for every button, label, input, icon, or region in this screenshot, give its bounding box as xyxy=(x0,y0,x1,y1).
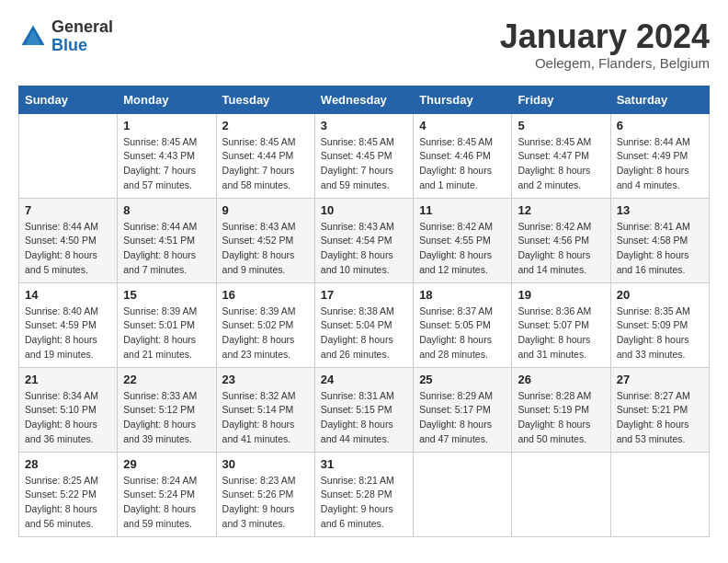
day-info: Sunrise: 8:24 AMSunset: 5:24 PMDaylight:… xyxy=(123,474,210,532)
day-number: 17 xyxy=(321,288,407,302)
day-info: Sunrise: 8:44 AMSunset: 4:51 PMDaylight:… xyxy=(123,220,210,278)
day-info: Sunrise: 8:31 AMSunset: 5:15 PMDaylight:… xyxy=(321,389,407,447)
logo-general-text: General xyxy=(51,18,113,37)
calendar-week-row: 14Sunrise: 8:40 AMSunset: 4:59 PMDayligh… xyxy=(19,282,710,367)
calendar-cell: 20Sunrise: 8:35 AMSunset: 5:09 PMDayligh… xyxy=(610,282,709,367)
day-info: Sunrise: 8:39 AMSunset: 5:02 PMDaylight:… xyxy=(222,304,309,362)
col-header-wednesday: Wednesday xyxy=(314,86,413,113)
calendar-cell: 6Sunrise: 8:44 AMSunset: 4:49 PMDaylight… xyxy=(610,113,709,198)
day-number: 8 xyxy=(123,203,210,217)
calendar-cell: 11Sunrise: 8:42 AMSunset: 4:55 PMDayligh… xyxy=(414,198,512,282)
day-info: Sunrise: 8:45 AMSunset: 4:45 PMDaylight:… xyxy=(321,135,407,193)
col-header-thursday: Thursday xyxy=(414,86,512,113)
col-header-monday: Monday xyxy=(118,86,216,113)
calendar-cell: 8Sunrise: 8:44 AMSunset: 4:51 PMDaylight… xyxy=(118,198,216,282)
day-number: 19 xyxy=(518,288,604,302)
day-number: 25 xyxy=(419,373,506,386)
day-info: Sunrise: 8:29 AMSunset: 5:17 PMDaylight:… xyxy=(419,389,506,447)
day-info: Sunrise: 8:45 AMSunset: 4:43 PMDaylight:… xyxy=(123,135,210,193)
day-number: 1 xyxy=(123,119,210,132)
day-number: 28 xyxy=(25,457,111,471)
day-info: Sunrise: 8:44 AMSunset: 4:50 PMDaylight:… xyxy=(25,220,111,278)
calendar-cell: 24Sunrise: 8:31 AMSunset: 5:15 PMDayligh… xyxy=(314,367,413,452)
calendar-cell: 10Sunrise: 8:43 AMSunset: 4:54 PMDayligh… xyxy=(314,198,413,282)
day-number: 15 xyxy=(123,288,210,302)
location-text: Oelegem, Flanders, Belgium xyxy=(500,55,710,71)
day-info: Sunrise: 8:39 AMSunset: 5:01 PMDaylight:… xyxy=(123,304,210,362)
day-info: Sunrise: 8:34 AMSunset: 5:10 PMDaylight:… xyxy=(25,389,111,447)
logo-text: General Blue xyxy=(51,18,113,55)
day-info: Sunrise: 8:45 AMSunset: 4:47 PMDaylight:… xyxy=(518,135,604,193)
day-number: 10 xyxy=(321,203,407,217)
day-number: 9 xyxy=(222,203,309,217)
calendar-cell: 27Sunrise: 8:27 AMSunset: 5:21 PMDayligh… xyxy=(610,367,709,452)
day-info: Sunrise: 8:38 AMSunset: 5:04 PMDaylight:… xyxy=(321,304,407,362)
calendar-table: SundayMondayTuesdayWednesdayThursdayFrid… xyxy=(18,86,710,537)
calendar-cell: 29Sunrise: 8:24 AMSunset: 5:24 PMDayligh… xyxy=(118,452,216,536)
day-number: 18 xyxy=(419,288,506,302)
day-info: Sunrise: 8:45 AMSunset: 4:46 PMDaylight:… xyxy=(419,135,506,193)
day-number: 23 xyxy=(222,373,309,386)
day-number: 30 xyxy=(222,457,309,471)
calendar-cell: 25Sunrise: 8:29 AMSunset: 5:17 PMDayligh… xyxy=(414,367,512,452)
day-info: Sunrise: 8:44 AMSunset: 4:49 PMDaylight:… xyxy=(617,135,703,193)
day-info: Sunrise: 8:33 AMSunset: 5:12 PMDaylight:… xyxy=(123,389,210,447)
day-number: 22 xyxy=(123,373,210,386)
calendar-cell: 31Sunrise: 8:21 AMSunset: 5:28 PMDayligh… xyxy=(314,452,413,536)
calendar-cell: 18Sunrise: 8:37 AMSunset: 5:05 PMDayligh… xyxy=(414,282,512,367)
day-number: 6 xyxy=(617,119,703,132)
calendar-cell xyxy=(512,452,610,536)
calendar-cell: 16Sunrise: 8:39 AMSunset: 5:02 PMDayligh… xyxy=(216,282,314,367)
day-info: Sunrise: 8:27 AMSunset: 5:21 PMDaylight:… xyxy=(617,389,703,447)
logo-icon xyxy=(18,22,48,52)
col-header-friday: Friday xyxy=(512,86,610,113)
day-number: 2 xyxy=(222,119,309,132)
day-info: Sunrise: 8:21 AMSunset: 5:28 PMDaylight:… xyxy=(321,474,407,532)
calendar-cell: 3Sunrise: 8:45 AMSunset: 4:45 PMDaylight… xyxy=(314,113,413,198)
day-info: Sunrise: 8:42 AMSunset: 4:55 PMDaylight:… xyxy=(419,220,506,278)
col-header-saturday: Saturday xyxy=(610,86,709,113)
calendar-cell: 13Sunrise: 8:41 AMSunset: 4:58 PMDayligh… xyxy=(610,198,709,282)
calendar-week-row: 28Sunrise: 8:25 AMSunset: 5:22 PMDayligh… xyxy=(19,452,710,536)
day-number: 5 xyxy=(518,119,604,132)
day-number: 14 xyxy=(25,288,111,302)
day-info: Sunrise: 8:25 AMSunset: 5:22 PMDaylight:… xyxy=(25,474,111,532)
day-info: Sunrise: 8:41 AMSunset: 4:58 PMDaylight:… xyxy=(617,220,703,278)
day-number: 20 xyxy=(617,288,703,302)
day-info: Sunrise: 8:42 AMSunset: 4:56 PMDaylight:… xyxy=(518,220,604,278)
col-header-tuesday: Tuesday xyxy=(216,86,314,113)
day-number: 26 xyxy=(518,373,604,386)
calendar-cell: 7Sunrise: 8:44 AMSunset: 4:50 PMDaylight… xyxy=(19,198,118,282)
day-info: Sunrise: 8:28 AMSunset: 5:19 PMDaylight:… xyxy=(518,389,604,447)
calendar-cell: 4Sunrise: 8:45 AMSunset: 4:46 PMDaylight… xyxy=(414,113,512,198)
calendar-header-row: SundayMondayTuesdayWednesdayThursdayFrid… xyxy=(19,86,710,113)
calendar-cell: 17Sunrise: 8:38 AMSunset: 5:04 PMDayligh… xyxy=(314,282,413,367)
day-number: 13 xyxy=(617,203,703,217)
calendar-cell xyxy=(19,113,118,198)
calendar-cell: 1Sunrise: 8:45 AMSunset: 4:43 PMDaylight… xyxy=(118,113,216,198)
calendar-week-row: 7Sunrise: 8:44 AMSunset: 4:50 PMDaylight… xyxy=(19,198,710,282)
page-header: General Blue January 2024 Oelegem, Fland… xyxy=(18,18,710,71)
calendar-cell: 2Sunrise: 8:45 AMSunset: 4:44 PMDaylight… xyxy=(216,113,314,198)
calendar-cell: 5Sunrise: 8:45 AMSunset: 4:47 PMDaylight… xyxy=(512,113,610,198)
day-info: Sunrise: 8:32 AMSunset: 5:14 PMDaylight:… xyxy=(222,389,309,447)
day-info: Sunrise: 8:35 AMSunset: 5:09 PMDaylight:… xyxy=(617,304,703,362)
calendar-cell: 22Sunrise: 8:33 AMSunset: 5:12 PMDayligh… xyxy=(118,367,216,452)
day-info: Sunrise: 8:23 AMSunset: 5:26 PMDaylight:… xyxy=(222,474,309,532)
logo-blue-text: Blue xyxy=(51,37,113,55)
calendar-cell: 28Sunrise: 8:25 AMSunset: 5:22 PMDayligh… xyxy=(19,452,118,536)
day-number: 27 xyxy=(617,373,703,386)
month-title: January 2024 xyxy=(500,18,710,55)
calendar-week-row: 21Sunrise: 8:34 AMSunset: 5:10 PMDayligh… xyxy=(19,367,710,452)
day-info: Sunrise: 8:43 AMSunset: 4:54 PMDaylight:… xyxy=(321,220,407,278)
day-number: 24 xyxy=(321,373,407,386)
day-number: 11 xyxy=(419,203,506,217)
day-number: 29 xyxy=(123,457,210,471)
calendar-week-row: 1Sunrise: 8:45 AMSunset: 4:43 PMDaylight… xyxy=(19,113,710,198)
day-number: 4 xyxy=(419,119,506,132)
day-info: Sunrise: 8:37 AMSunset: 5:05 PMDaylight:… xyxy=(419,304,506,362)
calendar-cell xyxy=(414,452,512,536)
calendar-cell: 26Sunrise: 8:28 AMSunset: 5:19 PMDayligh… xyxy=(512,367,610,452)
calendar-cell: 30Sunrise: 8:23 AMSunset: 5:26 PMDayligh… xyxy=(216,452,314,536)
day-number: 3 xyxy=(321,119,407,132)
